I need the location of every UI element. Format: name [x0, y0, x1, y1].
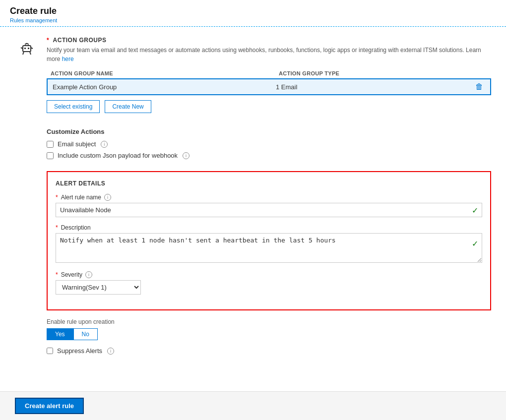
page-header: Create rule Rules management: [0, 0, 506, 27]
svg-point-2: [26, 43, 28, 45]
footer: Create alert rule: [0, 391, 506, 404]
section-title-block: * ACTION GROUPS Notify your team via ema…: [47, 37, 491, 63]
action-groups-section: * ACTION GROUPS Notify your team via ema…: [15, 37, 491, 113]
delete-action-group-button[interactable]: 🗑: [473, 82, 485, 91]
suppress-alerts-row: Suppress Alerts i: [47, 347, 491, 355]
action-group-button-row: Select existing Create New: [47, 100, 491, 113]
suppress-alerts-label: Suppress Alerts: [57, 347, 102, 355]
create-new-button[interactable]: Create New: [105, 100, 151, 113]
create-alert-rule-button[interactable]: Create alert rule: [15, 398, 84, 404]
json-payload-label: Include custom Json payload for webhook: [58, 152, 178, 159]
action-group-row: Example Action Group 1 Email 🗑: [47, 78, 491, 95]
enable-rule-toggle-group: Yes No: [47, 328, 491, 340]
yes-button[interactable]: Yes: [47, 328, 73, 340]
main-content: * ACTION GROUPS Notify your team via ema…: [0, 27, 506, 404]
svg-line-8: [30, 52, 31, 55]
alert-rule-name-info-icon: i: [104, 194, 111, 201]
severity-group: * Severity i Warning(Sev 1) Critical(Sev…: [56, 271, 482, 295]
action-group-type: 1 Email: [276, 83, 473, 91]
alert-rule-name-input[interactable]: [56, 203, 482, 217]
description-label: * Description: [56, 224, 482, 231]
description-wrapper: Notify when at least 1 node hasn't sent …: [56, 233, 482, 264]
alert-details-section: ALERT DETAILS * Alert rule name i ✓ * De…: [47, 171, 491, 310]
email-subject-label: Email subject: [58, 140, 96, 148]
col-type-header: ACTION GROUP TYPE: [279, 70, 487, 76]
enable-rule-section: Enable rule upon creation Yes No: [47, 318, 491, 340]
table-header-row: ACTION GROUP NAME ACTION GROUP TYPE: [47, 68, 491, 78]
email-subject-info-icon: i: [101, 141, 108, 148]
alert-rule-name-group: * Alert rule name i ✓: [56, 194, 482, 217]
svg-line-7: [23, 52, 24, 55]
description-group: * Description Notify when at least 1 nod…: [56, 224, 482, 264]
svg-rect-0: [23, 46, 31, 52]
severity-info-icon: i: [85, 271, 92, 278]
svg-rect-4: [28, 48, 29, 49]
action-group-container: ACTION GROUP NAME ACTION GROUP TYPE Exam…: [15, 68, 491, 113]
no-button[interactable]: No: [73, 328, 98, 340]
alert-rule-name-label: * Alert rule name i: [56, 194, 482, 201]
action-groups-icon: [15, 37, 39, 60]
col-name-header: ACTION GROUP NAME: [51, 70, 279, 76]
json-payload-info-icon: i: [183, 152, 190, 159]
severity-select[interactable]: Warning(Sev 1) Critical(Sev 0) Error(Sev…: [56, 280, 141, 295]
learn-more-link[interactable]: here: [62, 56, 74, 62]
severity-label: * Severity i: [56, 271, 482, 278]
alert-rule-name-valid-icon: ✓: [472, 205, 478, 215]
email-subject-row: Email subject i: [47, 140, 491, 148]
page-title: Create rule: [10, 6, 496, 16]
enable-rule-label: Enable rule upon creation: [47, 318, 491, 325]
alert-rule-name-wrapper: ✓: [56, 203, 482, 217]
svg-rect-3: [24, 48, 26, 49]
alert-details-title: ALERT DETAILS: [56, 180, 482, 187]
required-star: *: [47, 37, 49, 44]
section-desc: Notify your team via email and text mess…: [47, 46, 491, 63]
action-group-name: Example Action Group: [53, 83, 276, 91]
json-payload-checkbox[interactable]: [47, 152, 54, 159]
json-payload-row: Include custom Json payload for webhook …: [47, 152, 491, 159]
description-textarea[interactable]: Notify when at least 1 node hasn't sent …: [56, 233, 482, 263]
select-existing-button[interactable]: Select existing: [47, 100, 100, 113]
suppress-alerts-info-icon: i: [107, 348, 114, 355]
section-label: * ACTION GROUPS: [47, 37, 491, 44]
email-subject-checkbox[interactable]: [47, 141, 54, 148]
customize-actions-section: Customize Actions Email subject i Includ…: [15, 128, 491, 159]
suppress-alerts-checkbox[interactable]: [47, 348, 53, 354]
description-valid-icon: ✓: [472, 239, 478, 248]
customize-title: Customize Actions: [47, 128, 491, 135]
section-header: * ACTION GROUPS Notify your team via ema…: [15, 37, 491, 63]
breadcrumb: Rules management: [10, 17, 496, 23]
action-group-list: Example Action Group 1 Email 🗑: [47, 78, 491, 95]
